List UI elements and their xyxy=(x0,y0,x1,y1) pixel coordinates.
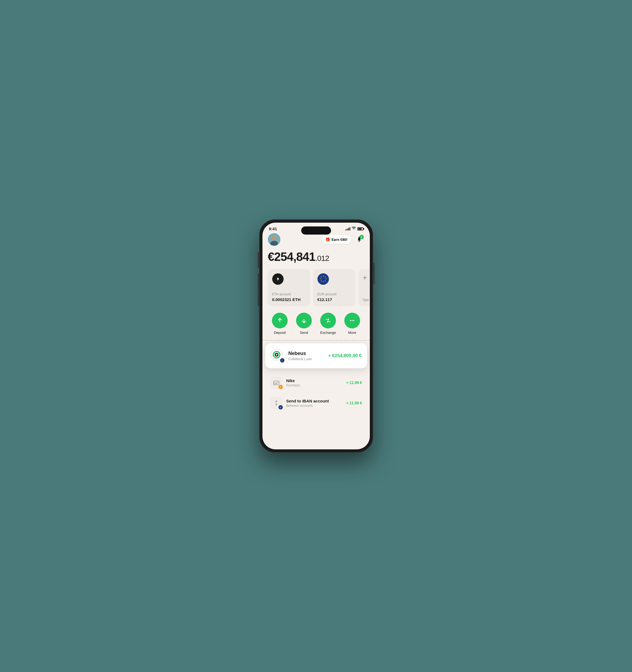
header-right: 🎁 Earn €80! 1 xyxy=(321,234,364,245)
iban-tx-icon: € xyxy=(270,397,283,409)
eur-account-card[interactable]: ★ ★ ★ ★ ★ ★ ★ ★ E xyxy=(313,269,355,306)
transactions-list: ₿ Nike Purchase + 11.99 € xyxy=(268,373,364,413)
nebeus-sub-badge: ★ ★ ★ ★ ★ ★ ★ ★ xyxy=(279,358,285,363)
add-account-card[interactable]: + Ope xyxy=(359,269,370,306)
nebeus-avatar: ★ ★ ★ ★ ★ ★ ★ ★ xyxy=(271,349,285,363)
svg-point-20 xyxy=(351,320,353,321)
gift-icon: 🎁 xyxy=(325,237,330,242)
iban-tx-info: Send to IBAN account Between accounts xyxy=(286,399,342,408)
wifi-icon xyxy=(351,227,356,231)
send-label: Send xyxy=(300,331,308,335)
svg-text:★: ★ xyxy=(324,276,326,278)
nike-tx-name: Nike xyxy=(286,378,342,383)
earn-button-label: Earn €80! xyxy=(332,238,347,242)
featured-transaction-name: Nebeus xyxy=(289,351,324,356)
section-divider xyxy=(263,340,370,341)
balance-display: €254,841.012 xyxy=(268,250,364,264)
eth-account-card[interactable]: ETH account 0.0002321 ETH xyxy=(268,269,310,306)
status-time: 9:41 xyxy=(269,226,277,231)
eth-account-value: 0.0002321 ETH xyxy=(272,297,306,302)
exchange-label: Exchange xyxy=(320,331,336,335)
svg-point-22 xyxy=(273,352,280,358)
exchange-action[interactable]: Exchange xyxy=(320,313,336,335)
more-label: More xyxy=(348,331,356,335)
eur-icon: ★ ★ ★ ★ ★ ★ ★ ★ xyxy=(317,273,329,285)
svg-point-23 xyxy=(275,353,278,356)
exchange-circle xyxy=(320,313,336,329)
phone-screen: 9:41 xyxy=(263,223,370,449)
notification-badge: 1 xyxy=(360,235,364,239)
svg-point-21 xyxy=(353,320,355,321)
plus-icon: + xyxy=(363,274,370,282)
deposit-label: Deposit xyxy=(274,331,286,335)
more-circle xyxy=(344,313,360,329)
iban-tx-sub: Between accounts xyxy=(286,404,342,408)
svg-text:★: ★ xyxy=(320,280,322,282)
eth-icon xyxy=(272,273,284,285)
battery-icon xyxy=(357,227,363,231)
eth-account-label: ETH account xyxy=(272,292,306,296)
signal-icon xyxy=(345,227,350,231)
phone-frame: 9:41 xyxy=(259,219,373,453)
featured-transaction-sub: Collateral Loan xyxy=(289,357,324,361)
svg-text:★: ★ xyxy=(322,275,324,277)
status-icons xyxy=(345,227,363,231)
svg-rect-34 xyxy=(273,382,279,383)
svg-rect-3 xyxy=(273,238,275,241)
action-buttons: Deposit Send xyxy=(268,313,364,335)
balance-main: €254,841 xyxy=(268,250,316,264)
nike-tx-sub: Purchase xyxy=(286,383,342,387)
deposit-action[interactable]: Deposit xyxy=(272,313,288,335)
send-circle xyxy=(296,313,312,329)
dynamic-island xyxy=(301,226,331,235)
header: 🎁 Earn €80! 1 xyxy=(268,233,364,246)
eur-account-value: €12.117 xyxy=(317,297,351,302)
svg-point-19 xyxy=(350,320,351,321)
nike-tx-icon: ₿ xyxy=(270,377,283,389)
avatar[interactable] xyxy=(268,233,281,246)
svg-text:★: ★ xyxy=(325,278,326,280)
btc-badge: ₿ xyxy=(278,385,283,389)
app-screen: 🎁 Earn €80! 1 xyxy=(263,233,370,447)
iban-tx-name: Send to IBAN account xyxy=(286,399,342,403)
svg-point-4 xyxy=(359,241,360,242)
svg-point-35 xyxy=(274,383,275,384)
send-action[interactable]: Send xyxy=(296,313,312,335)
app-content: 🎁 Earn €80! 1 xyxy=(263,233,370,413)
transaction-iban[interactable]: € Send to IBAN account Between accounts … xyxy=(269,393,363,413)
featured-transaction[interactable]: ★ ★ ★ ★ ★ ★ ★ ★ xyxy=(265,343,367,368)
nike-tx-info: Nike Purchase xyxy=(286,378,342,387)
deposit-circle xyxy=(272,313,288,329)
balance-cents: .012 xyxy=(315,254,329,263)
balance-section: €254,841.012 xyxy=(268,250,364,264)
eur-account-label: EUR account xyxy=(317,292,351,296)
more-action[interactable]: More xyxy=(344,313,360,335)
transaction-nike[interactable]: ₿ Nike Purchase + 11.99 € xyxy=(269,373,363,393)
earn-button[interactable]: 🎁 Earn €80! xyxy=(321,235,351,244)
svg-rect-36 xyxy=(275,383,277,384)
featured-transaction-info: Nebeus Collateral Loan xyxy=(289,351,324,361)
account-cards: ETH account 0.0002321 ETH ★ ★ xyxy=(268,269,364,306)
featured-transaction-amount: + €254,800.00 € xyxy=(328,353,361,359)
svg-text:★: ★ xyxy=(324,280,326,282)
svg-text:★: ★ xyxy=(320,278,321,280)
svg-text:★: ★ xyxy=(322,281,324,282)
svg-text:★: ★ xyxy=(320,276,322,278)
eur-badge: € xyxy=(278,405,283,410)
iban-tx-amount: + 11.99 € xyxy=(346,401,362,405)
notification-button[interactable]: 1 xyxy=(354,234,364,245)
open-account-label: Ope xyxy=(363,298,370,302)
nike-tx-amount: + 11.99 € xyxy=(346,381,362,385)
